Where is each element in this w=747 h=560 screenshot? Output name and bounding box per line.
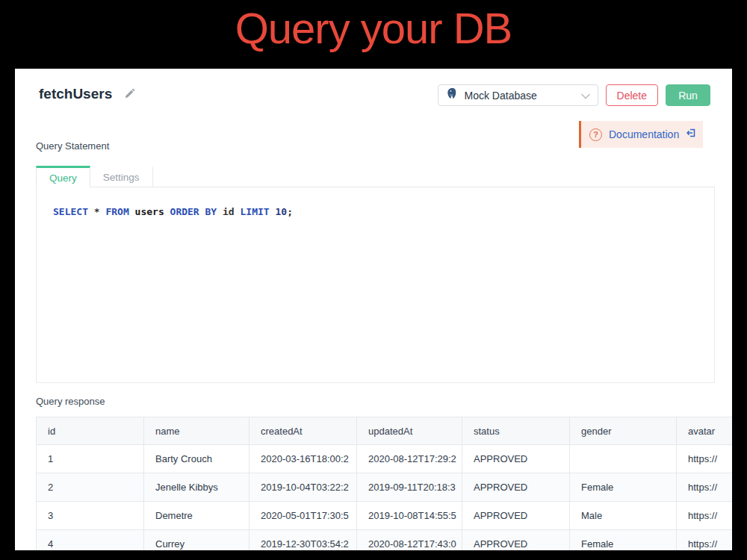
table-cell: APPROVED [462,445,570,473]
sql-token: users [135,206,164,217]
sql-token: * [94,206,100,217]
table-cell: Female [570,530,677,551]
table-row: 1Barty Crouch2020-03-16T18:00:22020-08-1… [37,445,733,473]
sql-token: 10 [275,206,287,217]
table-cell: Demetre [144,502,249,530]
sql-token [164,206,170,217]
table-cell: APPROVED [462,530,570,551]
table-cell: APPROVED [462,502,570,530]
query-editor-panel: fetchUsers Mock Database Delete Run ? Do… [15,69,732,550]
column-header-status: status [462,417,570,445]
column-header-createdAt: createdAt [249,417,357,445]
table-cell [570,445,677,473]
query-name: fetchUsers [39,86,112,102]
table-cell: 2 [37,473,144,502]
delete-button[interactable]: Delete [606,84,658,106]
table-row: 2Jenelle Kibbys2019-10-04T03:22:22019-09… [37,473,733,502]
sql-code-editor[interactable]: SELECT * FROM users ORDER BY id LIMIT 10… [36,187,715,383]
external-link-icon [686,128,696,141]
table-cell: 3 [37,502,144,530]
table-body: 1Barty Crouch2020-03-16T18:00:22020-08-1… [37,445,733,551]
page-title: Query your DB [0,3,747,53]
table-cell: https:// [677,445,733,473]
table-cell: 2019-10-08T14:55:5 [357,502,462,530]
table-header-row: idnamecreatedAtupdatedAtstatusgenderavat… [37,417,733,445]
sql-token: FROM [105,206,128,217]
help-icon: ? [589,128,602,141]
table-cell: 2020-08-12T17:29:2 [357,445,462,473]
run-button[interactable]: Run [666,84,710,106]
table-cell: https:// [677,502,733,530]
column-header-avatar: avatar [677,417,733,445]
table-row: 4Currey2019-12-30T03:54:22020-08-12T17:4… [37,530,733,551]
editor-tabs: Query Settings [36,166,715,187]
column-header-gender: gender [570,417,677,445]
sql-token [129,206,135,217]
table-cell: 2019-10-04T03:22:2 [249,473,357,502]
table-cell: Barty Crouch [144,445,249,473]
table-cell: https:// [677,530,733,551]
pencil-icon [124,87,136,102]
table-cell: APPROVED [462,473,570,502]
table-cell: Jenelle Kibbys [144,473,249,502]
column-header-id: id [37,417,144,445]
sql-token: SELECT [53,206,88,217]
query-response-label: Query response [36,396,105,407]
column-header-name: name [144,417,249,445]
sql-token: LIMIT [241,206,270,217]
table-cell: 2020-08-12T17:43:0 [357,530,462,551]
tab-settings[interactable]: Settings [90,166,153,187]
query-response-table-container[interactable]: idnamecreatedAtupdatedAtstatusgenderavat… [36,417,732,550]
sql-token [217,206,223,217]
query-statement-label: Query Statement [36,140,109,152]
sql-token: ORDER BY [170,206,217,217]
postgresql-icon [446,87,459,103]
chevron-down-icon [581,89,590,102]
table-cell: 2020-03-16T18:00:2 [249,445,357,473]
documentation-label: Documentation [609,128,679,140]
documentation-link[interactable]: ? Documentation [579,121,703,148]
header-controls: Mock Database Delete Run [438,84,710,106]
sql-token: id [223,206,235,217]
resource-dropdown[interactable]: Mock Database [438,84,598,106]
column-header-updatedAt: updatedAt [357,417,462,445]
table-cell: 2019-09-11T20:18:3 [357,473,462,502]
sql-statement: SELECT * FROM users ORDER BY id LIMIT 10… [37,187,714,217]
resource-dropdown-value: Mock Database [465,90,575,102]
table-cell: Female [570,473,677,502]
table-cell: 1 [37,445,144,473]
table-cell: Currey [144,530,249,551]
query-response-table: idnamecreatedAtupdatedAtstatusgenderavat… [36,417,732,550]
sql-token [235,206,241,217]
sql-token: ; [287,206,293,217]
tab-query[interactable]: Query [36,166,90,188]
table-cell: https:// [677,473,733,502]
table-cell: 4 [37,530,144,551]
table-cell: 2020-05-01T17:30:5 [249,502,357,530]
query-header: fetchUsers [39,86,136,102]
table-cell: 2019-12-30T03:54:2 [249,530,357,551]
sql-token [88,206,94,217]
table-cell: Male [570,502,677,530]
rename-query-button[interactable] [124,87,136,102]
table-row: 3Demetre2020-05-01T17:30:52019-10-08T14:… [37,502,733,530]
